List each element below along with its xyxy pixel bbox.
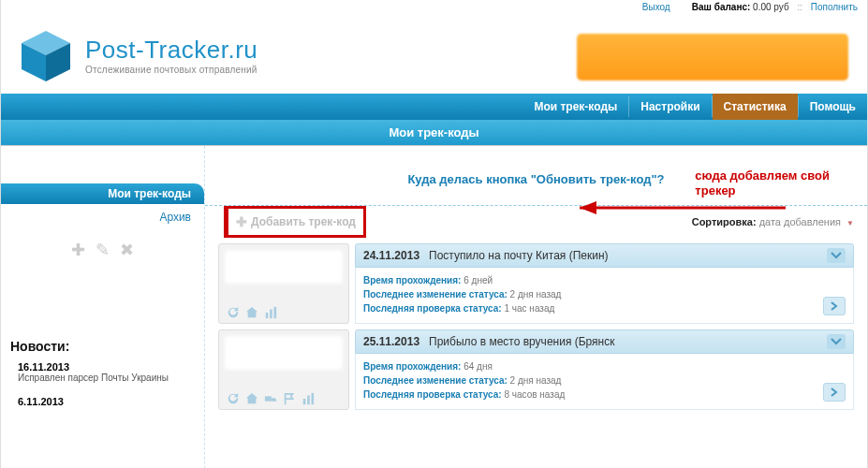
track-status: Прибыло в место вручения (Брянск [429,335,614,348]
next-icon[interactable] [823,297,846,315]
annotation-text: сюда добавляем свойтрекер [695,168,830,197]
main-nav: Мои трек-коды Настройки Статистика Помощ… [1,94,867,120]
news-item: 6.11.2013 [1,392,204,415]
track-card-header[interactable]: 24.11.2013 Поступило на почту Китая (Пек… [355,243,854,268]
track-row: 25.11.2013 Прибыло в место вручения (Бря… [218,329,854,410]
track-thumbnail[interactable] [218,243,349,324]
top-bar: Выход Ваш баланс: 0.00 руб :: Пополнить [1,0,867,19]
logout-link[interactable]: Выход [642,2,670,12]
subnav-title: Мои трек-коды [1,120,867,146]
svg-rect-10 [307,396,310,405]
sidebar: Мои трек-коды Архив ✚ ✎ ✖ Новости: 16.11… [1,146,205,468]
expand-icon[interactable] [827,248,846,263]
expand-icon[interactable] [827,334,846,349]
nav-settings[interactable]: Настройки [629,94,711,120]
main-content: Куда делась кнопка "Обновить трек-код"? … [205,146,867,468]
refresh-icon[interactable] [227,392,240,405]
svg-rect-7 [274,307,277,318]
sort-direction-icon: ▼ [846,219,854,227]
annotation-arrow-icon [542,195,795,221]
next-icon[interactable] [823,383,846,402]
svg-marker-4 [580,201,596,214]
balance-label: Ваш баланс: 0.00 руб [692,2,789,12]
track-status: Поступило на почту Китая (Пекин) [429,249,608,262]
sidebar-actions: ✚ ✎ ✖ [1,227,204,273]
sidebar-archive[interactable]: Архив [1,208,204,227]
bars-icon[interactable] [264,306,277,319]
refresh-icon[interactable] [227,306,240,319]
delete-icon[interactable]: ✖ [120,240,134,260]
svg-rect-5 [266,313,269,318]
topup-link[interactable]: Пополнить [811,2,858,12]
truck-icon[interactable] [264,392,277,405]
track-row: 24.11.2013 Поступило на почту Китая (Пек… [218,243,854,324]
track-card-header[interactable]: 25.11.2013 Прибыло в место вручения (Бря… [355,329,854,354]
track-card-body: Время прохождения: 6 дней Последнее изме… [355,268,854,324]
track-thumbnail[interactable] [218,329,349,410]
plus-icon: ✚ [236,214,247,229]
track-date: 25.11.2013 [363,335,419,348]
nav-help[interactable]: Помощь [799,94,867,120]
svg-rect-11 [312,393,315,404]
add-track-code-button[interactable]: ✚ Добавить трек-код [224,206,366,238]
home-icon[interactable] [245,306,258,319]
flag-icon[interactable] [283,392,296,405]
svg-rect-6 [270,310,272,319]
news-item: 16.11.2013 Исправлен парсер Почты Украин… [1,358,204,392]
track-date: 24.11.2013 [363,249,419,262]
bars-icon[interactable] [302,392,315,405]
header: Post-Tracker.ru Отслеживание почтовых от… [1,19,867,94]
nav-stats[interactable]: Статистика [713,94,798,120]
track-card-body: Время прохождения: 64 дня Последнее изме… [355,354,854,410]
logo-icon [18,27,74,83]
svg-rect-9 [303,399,306,404]
svg-rect-8 [265,396,272,401]
ad-banner[interactable] [577,34,848,80]
news-heading: Новости: [1,329,204,358]
nav-my-codes[interactable]: Мои трек-коды [522,94,628,120]
sidebar-tab-mycodes[interactable]: Мои трек-коды [1,183,204,204]
edit-icon[interactable]: ✎ [96,240,110,260]
add-icon[interactable]: ✚ [71,240,85,260]
home-icon[interactable] [245,392,258,405]
